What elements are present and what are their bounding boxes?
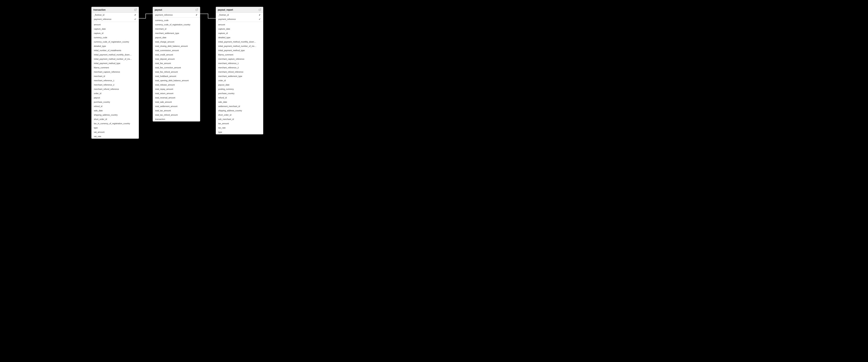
column-row[interactable]: order_id [216, 78, 263, 83]
column-row[interactable]: total_opening_debt_balance_amount [153, 78, 200, 83]
column-row[interactable]: sale_date [92, 109, 138, 113]
column-row[interactable]: shipping_address_country [92, 113, 138, 117]
column-row[interactable]: detailed_type [216, 35, 263, 39]
table-title: transaction [93, 9, 105, 11]
column-name: settlement_merchant_id [218, 105, 240, 108]
column-row[interactable]: currency_code_of_registration_country [153, 22, 200, 27]
column-row[interactable]: capture_id [92, 31, 138, 35]
column-row[interactable]: refund_id [216, 95, 263, 100]
column-row[interactable]: total_closing_debt_balance_amount [153, 44, 200, 48]
column-row[interactable]: total_reversal_amount [153, 95, 200, 100]
column-row[interactable]: payment_reference [92, 17, 138, 21]
column-row[interactable]: type [92, 126, 138, 130]
column-row[interactable]: initial_payment_method_number_of_install… [216, 44, 263, 48]
column-row[interactable]: initial_payment_method_number_of_install… [92, 57, 138, 61]
table-header[interactable]: transaction [92, 7, 138, 13]
column-row[interactable]: amount [216, 22, 263, 27]
column-row[interactable]: total_charge_amount [153, 39, 200, 44]
table-header[interactable]: payout_report [216, 7, 263, 13]
column-row[interactable]: klarna_comment [92, 65, 138, 70]
external-link-icon[interactable] [258, 8, 261, 11]
column-row[interactable]: tax_rate [216, 126, 263, 130]
column-row[interactable]: _fivetran_id [92, 13, 138, 17]
column-row[interactable]: total_repay_amount [153, 87, 200, 91]
column-row[interactable]: total_return_amount [153, 91, 200, 95]
column-row[interactable]: detailed_type [92, 44, 138, 48]
table-transaction[interactable]: transaction_fivetran_idpayment_reference… [91, 7, 139, 139]
column-row[interactable]: total_sale_amount [153, 100, 200, 104]
column-row[interactable]: merchant_settlement_type [153, 31, 200, 35]
column-row[interactable]: settlement_merchant_id [216, 104, 263, 109]
column-row[interactable]: total_deposit_amount [153, 57, 200, 61]
column-row[interactable]: currency_code [92, 35, 138, 39]
external-link-icon[interactable] [134, 8, 137, 11]
column-row[interactable]: merchant_capture_reference [92, 70, 138, 74]
column-row[interactable]: initial_payment_method_type [92, 61, 138, 65]
column-row[interactable]: total_tax_refund_amount [153, 113, 200, 117]
column-row[interactable]: transaction [153, 117, 200, 121]
foreign-key-icon [134, 18, 136, 20]
column-row[interactable]: sub_merchant_id [216, 117, 263, 121]
column-row[interactable]: initial_payment_method_type [216, 48, 263, 53]
column-row[interactable]: capture_date [216, 27, 263, 31]
table-payout[interactable]: payoutpayment_referencecurrency_codecurr… [153, 7, 200, 121]
column-row[interactable]: total_holdback_amount [153, 74, 200, 78]
column-row[interactable]: total_settlement_amount [153, 104, 200, 109]
column-row[interactable]: currency_code_of_registration_country [92, 39, 138, 44]
column-row[interactable]: vat_rate [92, 134, 138, 139]
column-row[interactable]: purchase_country [216, 91, 263, 95]
column-row[interactable]: tax_in_currency_of_registration_country [92, 121, 138, 126]
column-row[interactable]: merchant_reference_2 [92, 83, 138, 87]
column-name: merchant_capture_reference [94, 71, 120, 73]
column-row[interactable]: vat_amount [92, 130, 138, 134]
column-row[interactable]: total_fee_refund_amount [153, 70, 200, 74]
column-row[interactable]: initial_number_of_installments [92, 48, 138, 53]
column-row[interactable]: order_id [92, 91, 138, 95]
column-row[interactable]: total_credit_amount [153, 53, 200, 57]
column-row[interactable]: sale_date [216, 100, 263, 104]
column-row[interactable]: shipping_address_country [216, 109, 263, 113]
column-row[interactable]: merchant_id [92, 74, 138, 78]
column-row[interactable]: merchant_capture_reference [216, 57, 263, 61]
column-row[interactable]: short_order_id [216, 113, 263, 117]
primary-key-icon [259, 14, 261, 16]
column-row[interactable]: total_release_amount [153, 83, 200, 87]
external-link-icon[interactable] [195, 8, 198, 11]
relationship-line [139, 14, 153, 18]
column-row[interactable]: posting_currency [216, 87, 263, 91]
column-row[interactable]: merchant_refund_reference [216, 70, 263, 74]
column-row[interactable]: _fivetran_id [216, 13, 263, 17]
column-row[interactable]: payment_reference [153, 13, 200, 17]
column-row[interactable]: payout_date [216, 83, 263, 87]
column-row[interactable]: merchant_settlement_type [216, 74, 263, 78]
column-row[interactable]: refund_id [92, 104, 138, 109]
column-row[interactable]: total_fee_amount [153, 61, 200, 65]
column-row[interactable]: total_commission_amount [153, 48, 200, 53]
column-row[interactable]: total_tax_amount [153, 109, 200, 113]
column-row[interactable]: capture_id [216, 31, 263, 35]
column-row[interactable]: initial_payment_method_monthly_down_pay.… [216, 39, 263, 44]
column-name: total_sale_amount [155, 101, 172, 103]
table-header[interactable]: payout [153, 7, 200, 13]
column-row[interactable]: total_fee_correction_amount [153, 65, 200, 70]
column-row[interactable]: amount [92, 22, 138, 27]
column-row[interactable]: purchase_country [92, 100, 138, 104]
column-row[interactable]: payout [92, 95, 138, 100]
column-name: refund_id [218, 97, 227, 99]
column-row[interactable]: merchant_id [153, 27, 200, 31]
column-row[interactable]: short_order_id [92, 117, 138, 121]
column-row[interactable]: merchant_reference_1 [92, 78, 138, 83]
column-row[interactable]: currency_code [153, 18, 200, 22]
column-row[interactable]: initial_payment_method_monthly_down_pay.… [92, 53, 138, 57]
column-row[interactable]: payout_date [153, 35, 200, 39]
column-row[interactable]: tax_amount [216, 121, 263, 126]
column-row[interactable]: payment_reference [216, 17, 263, 21]
column-row[interactable]: klarna_comment [216, 53, 263, 57]
column-row[interactable]: type [216, 130, 263, 134]
column-name: initial_payment_method_monthly_down_pay.… [218, 41, 257, 43]
column-row[interactable]: merchant_refund_reference [92, 87, 138, 91]
table-payout_report[interactable]: payout_report_fivetran_idpayment_referen… [216, 7, 263, 134]
column-row[interactable]: merchant_reference_2 [216, 65, 263, 70]
column-row[interactable]: capture_date [92, 27, 138, 31]
column-row[interactable]: merchant_reference_1 [216, 61, 263, 65]
